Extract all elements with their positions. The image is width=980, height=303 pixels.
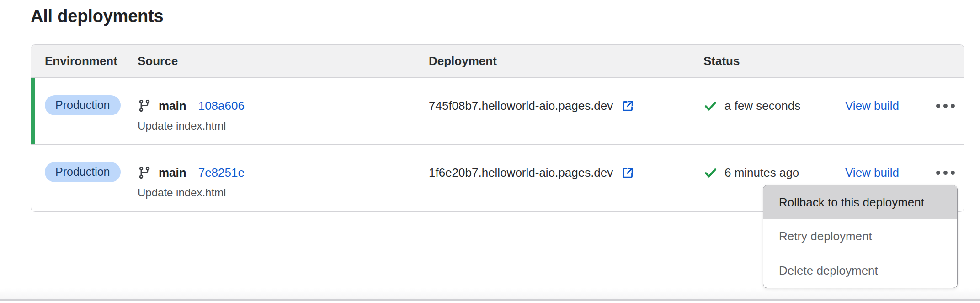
more-options-button[interactable] [935, 101, 956, 111]
deployments-page: All deployments Environment Source Deplo… [0, 0, 980, 303]
environment-cell: Production [45, 162, 138, 182]
environment-cell: Production [45, 95, 138, 115]
more-options-button[interactable] [935, 168, 956, 178]
status-time: a few seconds [724, 99, 800, 113]
environment-badge: Production [45, 95, 121, 115]
view-build-link[interactable]: View build [845, 166, 899, 180]
git-branch-icon [138, 166, 151, 179]
commit-link[interactable]: 108a606 [198, 99, 245, 113]
commit-link[interactable]: 7e8251e [198, 166, 245, 180]
section-divider [0, 299, 980, 301]
branch-name: main [159, 99, 186, 113]
deployment-cell: 1f6e20b7.helloworld-aio.pages.dev [429, 162, 703, 183]
column-header-environment: Environment [45, 54, 138, 68]
menu-cell [935, 95, 965, 116]
branch-name: main [159, 166, 186, 180]
check-icon [703, 99, 718, 113]
action-cell: View build [845, 95, 935, 116]
commit-message: Update index.html [138, 186, 429, 199]
column-header-status: Status [703, 54, 845, 68]
current-deployment-indicator [31, 78, 35, 144]
status-cell: a few seconds [703, 95, 845, 116]
table-header: Environment Source Deployment Status [31, 45, 964, 78]
menu-item-rollback[interactable]: Rollback to this deployment [763, 185, 957, 219]
deployment-url: 1f6e20b7.helloworld-aio.pages.dev [429, 166, 613, 180]
external-link-icon[interactable] [621, 99, 635, 113]
menu-cell [935, 162, 965, 183]
source-cell: main 108a606 Update index.html [138, 95, 429, 132]
menu-item-retry[interactable]: Retry deployment [763, 219, 957, 254]
status-cell: 6 minutes ago [703, 162, 845, 183]
menu-item-delete[interactable]: Delete deployment [763, 254, 957, 288]
deployment-url: 745f08b7.helloworld-aio.pages.dev [429, 99, 613, 113]
environment-badge: Production [45, 162, 121, 182]
view-build-link[interactable]: View build [845, 99, 899, 113]
commit-message: Update index.html [138, 119, 429, 132]
git-branch-icon [138, 99, 151, 113]
source-cell: main 7e8251e Update index.html [138, 162, 429, 199]
external-link-icon[interactable] [621, 166, 635, 180]
section-bottom-fade [0, 288, 980, 299]
table-row: Production main 108a606 Update index.htm… [31, 78, 964, 145]
column-header-source: Source [138, 54, 429, 68]
deployment-cell: 745f08b7.helloworld-aio.pages.dev [429, 95, 703, 116]
action-cell: View build [845, 162, 935, 183]
page-title: All deployments [31, 6, 164, 26]
column-header-deployment: Deployment [429, 54, 703, 68]
check-icon [703, 166, 718, 180]
status-time: 6 minutes ago [724, 166, 799, 180]
deployment-context-menu: Rollback to this deployment Retry deploy… [763, 185, 958, 288]
